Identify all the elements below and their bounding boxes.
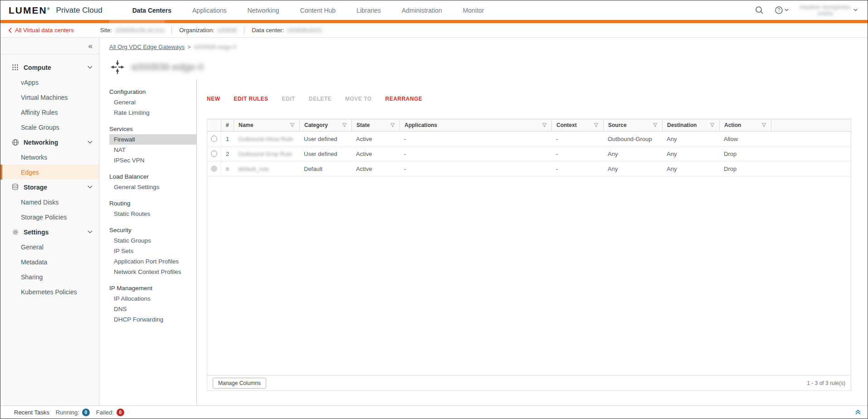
subnav-group-configuration: Configuration xyxy=(109,87,196,97)
sidebar-section-settings[interactable]: Settings xyxy=(0,224,99,239)
lumen-logo: LUMEN® xyxy=(9,5,50,16)
header-spacer xyxy=(771,119,851,131)
gear-icon xyxy=(11,228,19,236)
sidebar-item-scale-groups[interactable]: Scale Groups xyxy=(0,120,99,135)
search-icon[interactable] xyxy=(755,6,764,15)
breadcrumb-link-edge-gateways[interactable]: All Org VDC Edge Gateways xyxy=(109,44,185,50)
user-detail: s00836 xyxy=(817,11,834,16)
top-nav-libraries[interactable]: Libraries xyxy=(356,7,381,14)
row-radio-button[interactable] xyxy=(211,136,217,142)
rule-destination: Any xyxy=(662,161,719,176)
top-nav: Data Centers Applications Networking Con… xyxy=(132,7,484,14)
row-count: 1 - 3 of 3 rule(s) xyxy=(807,380,845,386)
sidebar-item-kubernetes-policies[interactable]: Kubernetes Policies xyxy=(0,284,99,299)
filter-icon[interactable] xyxy=(390,123,395,128)
subnav-item-nat[interactable]: NAT xyxy=(109,145,196,155)
filter-icon[interactable] xyxy=(290,123,295,128)
page-title-row: s000836-edge-0 xyxy=(109,58,868,77)
firewall-content: NEW EDIT RULES EDIT DELETE MOVE TO REARR… xyxy=(197,79,868,405)
sidebar-item-general[interactable]: General xyxy=(0,239,99,254)
rule-applications: - xyxy=(400,161,551,176)
sidebar-item-virtual-machines[interactable]: Virtual Machines xyxy=(0,90,99,105)
recent-tasks-label: Recent Tasks xyxy=(14,409,49,416)
subnav-item-ip-allocations[interactable]: IP Allocations xyxy=(109,293,196,304)
sidebar-section-compute[interactable]: Compute xyxy=(0,60,99,75)
sidebar-item-networks[interactable]: Networks xyxy=(0,150,99,165)
delete-button: DELETE xyxy=(309,96,332,102)
table-footer: Manage Columns 1 - 3 of 3 rule(s) xyxy=(207,375,851,390)
sidebar-item-sharing[interactable]: Sharing xyxy=(0,269,99,284)
back-to-all-vdc-link[interactable]: All Virtual data centers xyxy=(9,27,74,34)
context-bar: All Virtual data centers Site: s00836vcf… xyxy=(0,23,868,38)
user-menu[interactable]: Heather Humphries s00836 xyxy=(800,4,858,16)
filter-icon[interactable] xyxy=(594,123,599,128)
subnav-item-general[interactable]: General xyxy=(109,97,196,107)
rule-applications: - xyxy=(400,132,551,146)
running-metric: Running: 0 xyxy=(56,409,90,416)
failed-metric: Failed: 0 xyxy=(96,409,124,416)
filter-icon[interactable] xyxy=(761,123,766,128)
top-bar-actions: ? Heather Humphries s00836 xyxy=(755,4,858,16)
help-menu[interactable]: ? xyxy=(775,6,789,15)
top-nav-applications[interactable]: Applications xyxy=(192,7,227,14)
subnav-item-application-port-profiles[interactable]: Application Port Profiles xyxy=(109,256,196,267)
expand-tasks-panel-icon[interactable] xyxy=(855,409,861,415)
top-nav-networking[interactable]: Networking xyxy=(248,7,279,14)
datacenter-label: Data center: xyxy=(252,27,284,34)
subnav-item-general-settings[interactable]: General Settings xyxy=(109,182,196,192)
app-window: LUMEN® Private Cloud Data Centers Applic… xyxy=(0,0,868,419)
subnav-item-ip-sets[interactable]: IP Sets xyxy=(109,246,196,256)
top-nav-content-hub[interactable]: Content Hub xyxy=(300,7,336,14)
sidebar-item-storage-policies[interactable]: Storage Policies xyxy=(0,210,99,224)
header-number: # xyxy=(221,119,234,131)
rule-source: Any xyxy=(603,146,662,161)
header-select-column xyxy=(207,119,221,131)
rule-source: Outbound-Group xyxy=(603,132,662,146)
subnav-item-network-context-profiles[interactable]: Network Context Profiles xyxy=(109,267,196,277)
top-nav-monitor[interactable]: Monitor xyxy=(463,7,484,14)
sidebar-item-metadata[interactable]: Metadata xyxy=(0,254,99,269)
site-value: s00836vcfa-wl-d.io xyxy=(115,27,164,34)
new-button[interactable]: NEW xyxy=(207,96,220,102)
rule-context: - xyxy=(551,146,603,161)
organization-value: s00836 xyxy=(218,27,237,34)
filter-icon[interactable] xyxy=(542,123,547,128)
sidebar-item-named-disks[interactable]: Named Disks xyxy=(0,195,99,210)
rule-category: Default xyxy=(299,161,351,176)
collapse-sidebar-icon[interactable]: « xyxy=(88,42,93,50)
filter-icon[interactable] xyxy=(342,123,347,128)
rule-number: 1 xyxy=(221,132,234,146)
edit-rules-button[interactable]: EDIT RULES xyxy=(234,96,268,102)
rule-state: Active xyxy=(351,132,400,146)
rearrange-button[interactable]: REARRANGE xyxy=(385,96,423,102)
row-radio-button[interactable] xyxy=(211,151,217,157)
subnav-item-static-routes[interactable]: Static Routes xyxy=(109,209,196,219)
manage-columns-button[interactable]: Manage Columns xyxy=(213,378,266,389)
filter-icon[interactable] xyxy=(653,123,658,128)
rule-number: 2 xyxy=(221,146,234,161)
sidebar-item-edges[interactable]: Edges xyxy=(0,165,99,180)
back-link-label: All Virtual data centers xyxy=(15,27,74,34)
subnav-item-firewall[interactable]: Firewall xyxy=(109,134,196,145)
sidebar-section-storage[interactable]: Storage xyxy=(0,180,99,195)
logo-text: LUMEN xyxy=(9,5,47,15)
subnav-item-rate-limiting[interactable]: Rate Limiting xyxy=(109,107,196,118)
rule-lock xyxy=(221,161,234,176)
sidebar-item-vapps[interactable]: vApps xyxy=(0,75,99,90)
rule-action: Drop xyxy=(719,161,771,176)
filter-icon[interactable] xyxy=(710,123,715,128)
firewall-toolbar: NEW EDIT RULES EDIT DELETE MOVE TO REARR… xyxy=(207,96,851,102)
top-nav-data-centers[interactable]: Data Centers xyxy=(132,7,171,14)
subnav-item-dhcp-forwarding[interactable]: DHCP Forwarding xyxy=(109,314,196,325)
divider xyxy=(171,27,172,34)
sidebar-section-networking[interactable]: Networking xyxy=(0,135,99,150)
edge-gateway-icon xyxy=(109,59,126,75)
subnav-item-static-groups[interactable]: Static Groups xyxy=(109,235,196,246)
site-label: Site: xyxy=(100,27,112,34)
failed-count-badge: 0 xyxy=(117,409,124,416)
sidebar-item-affinity-rules[interactable]: Affinity Rules xyxy=(0,105,99,120)
subnav-item-dns[interactable]: DNS xyxy=(109,304,196,314)
table-header-row: # Name Category State xyxy=(207,119,851,132)
subnav-item-ipsec-vpn[interactable]: IPSec VPN xyxy=(109,155,196,166)
top-nav-administration[interactable]: Administration xyxy=(402,7,442,14)
